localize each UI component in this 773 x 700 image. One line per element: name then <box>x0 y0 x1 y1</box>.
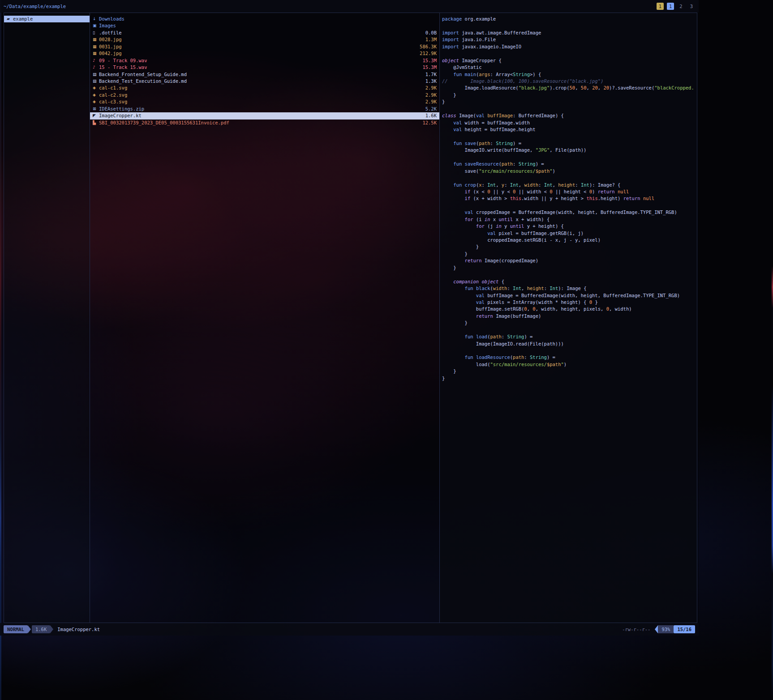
file-size <box>433 22 437 29</box>
image-icon: ▦ <box>93 36 99 43</box>
scroll-percent: 93% <box>658 625 674 633</box>
code-line: } <box>442 251 695 257</box>
code-line: } <box>442 375 695 382</box>
code-line: load("src/main/resources/$path") <box>442 361 695 368</box>
code-line: @JvmStatic <box>442 64 695 71</box>
preview-pane: package org.example import java.awt.imag… <box>440 13 697 623</box>
svg-icon: ◈ <box>93 85 99 91</box>
code-line: fun crop(x: Int, y: Int, width: Int, hei… <box>442 182 695 188</box>
file-row[interactable]: ▤Backend_Test_Execution_Guide.md1.3K <box>90 78 439 85</box>
file-size: 1.3M <box>422 36 437 43</box>
file-row[interactable]: ◈cal-c1.svg2.9K <box>90 85 439 91</box>
file-name: 0031.jpg <box>99 43 122 50</box>
mode-indicator: NORMAL <box>4 625 28 633</box>
code-line: val height = buffImage.height <box>442 126 695 133</box>
file-row[interactable]: ▣Images <box>90 22 439 29</box>
powerline-separator-icon <box>655 625 658 633</box>
markdown-icon: ▤ <box>93 71 99 78</box>
download-icon: ↓ <box>93 16 99 22</box>
code-line: val pixel = buffImage.getRGB(i, j) <box>442 230 695 237</box>
code-line: save("src/main/resources/$path") <box>442 168 695 175</box>
code-line: fun main(args: Array<String>) { <box>442 71 695 78</box>
powerline-separator-icon <box>50 625 53 633</box>
parent-pane-list: ▰example <box>4 16 90 22</box>
file-size: 12.5K <box>419 120 437 126</box>
code-line: class Image(val buffImage: BufferedImage… <box>442 112 695 119</box>
file-row[interactable]: ◈cal-c2.svg2.9K <box>90 92 439 98</box>
file-size: 586.3K <box>416 43 437 50</box>
code-line: if (x + width > this.width || y + height… <box>442 195 695 202</box>
audio-icon: ♪ <box>93 57 99 64</box>
file-row[interactable]: ♪15 - Track 15.wav15.3M <box>90 64 439 71</box>
file-manager-panes: ▰example ↓Downloads▣Images▯.dotfile0.0B▦… <box>4 13 697 623</box>
code-line: for (j in y until y + height) { <box>442 223 695 230</box>
file-name: ImageCropper.kt <box>99 112 142 119</box>
code-line: object ImageCropper { <box>442 57 695 64</box>
code-line: import java.awt.image.BufferedImage <box>442 30 695 36</box>
file-row[interactable]: ◈cal-c3.svg2.9K <box>90 98 439 105</box>
code-line: val croppedImage = BufferedImage(width, … <box>442 209 695 216</box>
file-row[interactable]: ▦0028.jpg1.3M <box>90 36 439 43</box>
code-line <box>442 347 695 354</box>
workspace-tab-3[interactable]: 2 <box>677 3 684 10</box>
code-line: val width = buffImage.width <box>442 120 695 126</box>
file-size: 15.3M <box>419 57 437 64</box>
file-name: Downloads <box>99 16 125 22</box>
code-line: fun black(width: Int, height: Int): Imag… <box>442 285 695 292</box>
code-line: croppedImage.setRGB(i - x, j - y, pixel) <box>442 237 695 243</box>
file-size: 5.2K <box>422 106 437 112</box>
workspace-tab-4[interactable]: 3 <box>688 3 695 10</box>
file-row[interactable]: ↓Downloads <box>90 16 439 22</box>
code-line: return Image(buffImage) <box>442 313 695 320</box>
code-line <box>442 175 695 181</box>
file-name: 0028.jpg <box>99 36 122 43</box>
file-row[interactable]: ▦0042.jpg212.9K <box>90 50 439 57</box>
code-line: fun load(path: String) = <box>442 333 695 340</box>
code-line <box>442 202 695 209</box>
status-bar: NORMAL 1.6K ImageCropper.kt -rw-r--r-- 9… <box>0 623 699 636</box>
code-line <box>442 271 695 278</box>
file-name: 15 - Track 15.wav <box>99 64 147 71</box>
parent-directory-item[interactable]: ▰example <box>4 16 90 22</box>
workspace-tabs: 1123 <box>657 3 695 10</box>
file-size: 1.6K <box>422 112 437 119</box>
file-size: 0.0B <box>422 30 437 36</box>
code-line <box>442 133 695 140</box>
preview-code: package org.example import java.awt.imag… <box>442 16 695 382</box>
terminal-window: ~/Data/example/example 1123 ▰example ↓Do… <box>0 0 699 636</box>
markdown-icon: ▤ <box>93 78 99 85</box>
code-line: fun saveResource(path: String) = <box>442 161 695 167</box>
parent-directory-pane: ▰example <box>4 13 90 623</box>
file-row[interactable]: ▙SBI_0032013739_2023_DE05_0003155631Invo… <box>90 120 439 126</box>
code-line <box>442 154 695 161</box>
code-line: } <box>442 320 695 326</box>
code-line <box>442 327 695 333</box>
file-name: 0042.jpg <box>99 50 122 57</box>
file-row[interactable]: ◤ImageCropper.kt1.6K <box>90 112 439 119</box>
file-row[interactable]: ▯.dotfile0.0B <box>90 30 439 36</box>
folder-icon: ▰ <box>7 16 13 22</box>
file-row[interactable]: ♪09 - Track 09.wav15.3M <box>90 57 439 64</box>
code-line: import javax.imageio.ImageIO <box>442 43 695 50</box>
code-line: for (i in x until x + width) { <box>442 216 695 223</box>
file-size: 212.9K <box>416 50 437 57</box>
code-line: } <box>442 92 695 98</box>
file-size: 2.9K <box>422 85 437 91</box>
file-row[interactable]: ⊠IDEAsettings.zip5.2K <box>90 106 439 112</box>
file-name: cal-c2.svg <box>99 92 127 98</box>
file-name: .dotfile <box>99 30 122 36</box>
file-size: 2.9K <box>422 98 437 105</box>
file-name: Images <box>99 22 116 29</box>
current-directory-pane: ↓Downloads▣Images▯.dotfile0.0B▦0028.jpg1… <box>90 13 440 623</box>
file-name: cal-c3.svg <box>99 98 127 105</box>
folder-images-icon: ▣ <box>93 22 99 29</box>
status-bar-right: -rw-r--r-- 93% 15/16 <box>622 625 695 633</box>
file-row[interactable]: ▤Backend_Frontend_Setup_Guide.md1.7K <box>90 71 439 78</box>
file-size: 1.7K <box>422 71 437 78</box>
workspace-tab-1[interactable]: 1 <box>657 3 664 10</box>
file-size: 2.9K <box>422 92 437 98</box>
file-name: Backend_Frontend_Setup_Guide.md <box>99 71 187 78</box>
file-row[interactable]: ▦0031.jpg586.3K <box>90 43 439 50</box>
code-line: companion object { <box>442 278 695 285</box>
workspace-tab-2[interactable]: 1 <box>667 3 674 10</box>
